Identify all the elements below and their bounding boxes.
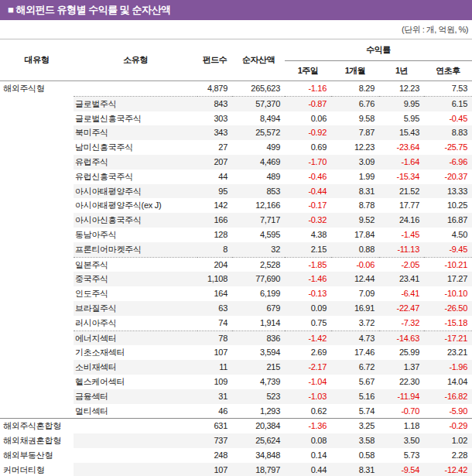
cell-minor-type: 에너지섹터 <box>74 330 197 345</box>
cell-net-assets: 1,914 <box>232 316 285 330</box>
cell-major-type: 해외주식형 <box>0 81 74 97</box>
cell-minor-type: 기초소재섹터 <box>74 345 197 360</box>
cell-return-1year: -1.64 <box>379 155 424 170</box>
cell-return-1month: 3.72 <box>331 316 379 330</box>
cell-fund-count: 27 <box>197 140 232 155</box>
cell-return-ytd: 7.53 <box>424 81 472 97</box>
cell-fund-count: 109 <box>197 375 232 389</box>
table-row: 일본주식 204 2,528 -1.85 -0.06 -2.05 -10.21 <box>0 257 472 272</box>
cell-major-type <box>0 111 74 126</box>
cell-return-1year: 5.95 <box>379 111 424 126</box>
table-row: 에너지섹터 78 836 -1.42 4.73 -14.63 -17.21 <box>0 330 472 345</box>
cell-return-1year: 17.77 <box>379 198 424 213</box>
cell-minor-type: 남미신흥국주식 <box>74 140 197 155</box>
cell-return-ytd: -0.29 <box>424 419 472 433</box>
cell-net-assets: 7,717 <box>232 213 285 228</box>
cell-return-1week: -1.70 <box>285 155 331 170</box>
cell-return-1month: 1.99 <box>331 170 379 184</box>
cell-return-1week: -1.85 <box>285 257 331 272</box>
cell-return-1year: 24.16 <box>379 213 424 228</box>
cell-major-type <box>0 257 74 272</box>
cell-major-type <box>0 140 74 155</box>
cell-return-1week: -0.46 <box>285 170 331 184</box>
cell-return-1month: 8.31 <box>331 184 379 199</box>
cell-return-1week: 2.15 <box>285 242 331 257</box>
cell-return-1year: -1.45 <box>379 228 424 242</box>
cell-fund-count: 631 <box>197 419 232 433</box>
cell-return-1year: 15.43 <box>379 125 424 140</box>
cell-return-ytd: -26.50 <box>424 301 472 316</box>
cell-return-1week: -1.16 <box>285 81 331 97</box>
cell-return-1month: 5.67 <box>331 375 379 389</box>
cell-return-1week: 0.08 <box>285 433 331 448</box>
cell-fund-count: 4,879 <box>197 81 232 97</box>
cell-fund-count: 128 <box>197 228 232 242</box>
cell-net-assets: 215 <box>232 360 285 375</box>
cell-return-1week: -1.46 <box>285 272 331 286</box>
cell-return-1year: 21.52 <box>379 184 424 199</box>
cell-return-1year: 1.18 <box>379 419 424 433</box>
table-row: 기초소재섹터 107 3,594 2.69 17.46 25.99 23.21 <box>0 345 472 360</box>
cell-minor-type <box>74 448 197 463</box>
cell-minor-type: 중국주식 <box>74 272 197 286</box>
cell-net-assets: 4,469 <box>232 155 285 170</box>
cell-return-1week: -0.92 <box>285 125 331 140</box>
table-row: 인도주식 164 6,199 -0.13 7.09 -6.41 -10.10 <box>0 286 472 301</box>
cell-return-ytd: -10.10 <box>424 286 472 301</box>
cell-return-1week: -0.13 <box>285 286 331 301</box>
cell-fund-count: 107 <box>197 463 232 476</box>
table-row: 아시아태평양주식 95 853 -0.44 8.31 21.52 13.33 <box>0 184 472 199</box>
column-header-net-assets: 순자산액 <box>232 39 285 81</box>
cell-return-1year: 9.95 <box>379 96 424 111</box>
cell-return-ytd: -0.45 <box>424 111 472 126</box>
cell-return-ytd: -15.18 <box>424 316 472 330</box>
cell-major-type <box>0 330 74 345</box>
cell-major-type <box>0 242 74 257</box>
cell-return-1month: 16.91 <box>331 301 379 316</box>
cell-return-1week: -0.32 <box>285 213 331 228</box>
cell-major-type <box>0 404 74 419</box>
cell-net-assets: 12,166 <box>232 198 285 213</box>
cell-return-ytd: -10.21 <box>424 257 472 272</box>
cell-fund-count: 63 <box>197 301 232 316</box>
table-row: 글로벌신흥국주식 303 8,494 0.06 9.58 5.95 -0.45 <box>0 111 472 126</box>
cell-return-ytd: 2.28 <box>424 448 472 463</box>
cell-major-type <box>0 228 74 242</box>
cell-minor-type <box>74 463 197 476</box>
cell-minor-type: 일본주식 <box>74 257 197 272</box>
cell-major-type: 해외부동산형 <box>0 448 74 463</box>
cell-major-type: 해외채권혼합형 <box>0 433 74 448</box>
cell-return-ytd: -6.96 <box>424 155 472 170</box>
cell-return-1week: -1.03 <box>285 389 331 404</box>
table-row: 해외주식혼합형 631 20,384 -1.36 3.25 1.18 -0.29 <box>0 419 472 433</box>
cell-minor-type: 브라질주식 <box>74 301 197 316</box>
cell-fund-count: 107 <box>197 345 232 360</box>
cell-major-type <box>0 389 74 404</box>
cell-return-1month: 3.25 <box>331 419 379 433</box>
cell-fund-count: 95 <box>197 184 232 199</box>
cell-minor-type: 헬스케어섹터 <box>74 375 197 389</box>
cell-major-type <box>0 272 74 286</box>
cell-return-ytd: -12.42 <box>424 463 472 476</box>
cell-return-ytd: 10.25 <box>424 198 472 213</box>
cell-return-1year: 3.50 <box>379 433 424 448</box>
cell-net-assets: 25,624 <box>232 433 285 448</box>
cell-net-assets: 4,595 <box>232 228 285 242</box>
cell-minor-type: 소비재섹터 <box>74 360 197 375</box>
cell-return-ytd: 14.04 <box>424 375 472 389</box>
cell-fund-count: 303 <box>197 111 232 126</box>
cell-minor-type <box>74 433 197 448</box>
cell-major-type <box>0 375 74 389</box>
cell-return-ytd: 1.02 <box>424 433 472 448</box>
cell-fund-count: 248 <box>197 448 232 463</box>
cell-net-assets: 77,690 <box>232 272 285 286</box>
cell-minor-type: 아시아태평양주식 <box>74 184 197 199</box>
cell-net-assets: 836 <box>232 330 285 345</box>
cell-minor-type: 유럽주식 <box>74 155 197 170</box>
cell-fund-count: 74 <box>197 316 232 330</box>
cell-net-assets: 499 <box>232 140 285 155</box>
cell-return-1year: 22.30 <box>379 375 424 389</box>
cell-return-1week: -0.87 <box>285 96 331 111</box>
cell-return-ytd: -5.90 <box>424 404 472 419</box>
cell-return-1week: -1.42 <box>285 330 331 345</box>
